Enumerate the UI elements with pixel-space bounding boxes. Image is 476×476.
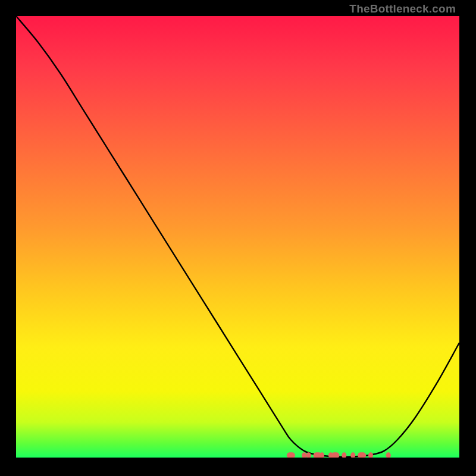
optimal-marker bbox=[331, 452, 339, 458]
chart-frame bbox=[16, 16, 459, 458]
optimal-marker bbox=[386, 452, 391, 458]
optimal-marker bbox=[302, 452, 306, 458]
bottleneck-curve-line bbox=[16, 16, 459, 457]
optimal-marker bbox=[287, 452, 295, 458]
chart-svg bbox=[16, 16, 459, 458]
optimal-marker bbox=[358, 452, 366, 458]
optimal-marker bbox=[350, 452, 355, 458]
optimal-zone-markers bbox=[287, 452, 391, 458]
optimal-marker bbox=[368, 452, 373, 458]
watermark-text: TheBottleneck.com bbox=[349, 2, 456, 15]
optimal-marker bbox=[342, 452, 346, 458]
